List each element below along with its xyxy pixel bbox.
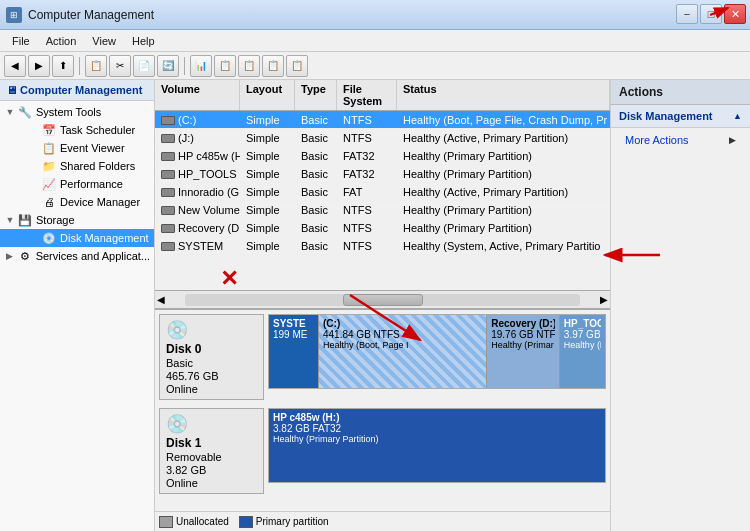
hscroll-right[interactable]: ▶ xyxy=(598,294,610,305)
partition-size: 441.84 GB NTFS xyxy=(323,329,482,340)
menu-file[interactable]: File xyxy=(4,33,38,49)
cell-layout: Simple xyxy=(240,113,295,127)
toolbar-btn-3[interactable]: ✂ xyxy=(109,55,131,77)
toolbar-btn-6[interactable]: 📊 xyxy=(190,55,212,77)
cell-status: Healthy (Primary Partition) xyxy=(397,221,610,235)
toolbar-up[interactable]: ⬆ xyxy=(52,55,74,77)
partition-c[interactable]: (C:) 441.84 GB NTFS Healthy (Boot, Page … xyxy=(319,315,487,388)
expand-icon xyxy=(28,142,40,154)
col-type[interactable]: Type xyxy=(295,80,337,110)
toolbar-separator-2 xyxy=(184,57,185,75)
actions-section-label: Disk Management xyxy=(619,110,713,122)
col-filesystem[interactable]: File System xyxy=(337,80,397,110)
disk-info-icon: 💿 xyxy=(166,319,257,341)
table-row[interactable]: SYSTEM Simple Basic NTFS Healthy (System… xyxy=(155,237,610,255)
toolbar-btn-4[interactable]: 📄 xyxy=(133,55,155,77)
partition-name: HP_TOOLS ( xyxy=(564,318,601,329)
table-row[interactable]: Recovery (D:) Simple Basic NTFS Healthy … xyxy=(155,219,610,237)
cell-type: Basic xyxy=(295,221,337,235)
table-row[interactable]: New Volume (I:) Simple Basic NTFS Health… xyxy=(155,201,610,219)
toolbar-btn-10[interactable]: 📋 xyxy=(286,55,308,77)
toolbar-forward[interactable]: ▶ xyxy=(28,55,50,77)
disk-0-partitions: SYSTE 199 ME (C:) 441.84 GB NTFS Healthy… xyxy=(268,314,606,389)
sidebar-item-storage[interactable]: ▼ 💾 Storage xyxy=(0,211,154,229)
actions-list: More Actions ▶ xyxy=(611,128,750,152)
cell-volume: HP c485w (H:) xyxy=(155,149,240,163)
toolbar-separator-1 xyxy=(79,57,80,75)
toolbar-btn-2[interactable]: 📋 xyxy=(85,55,107,77)
table-row[interactable]: Innoradio (G:) Simple Basic FAT Healthy … xyxy=(155,183,610,201)
sidebar-item-label: Services and Applicat... xyxy=(36,250,150,262)
toolbar-btn-7[interactable]: 📋 xyxy=(214,55,236,77)
expand-icon xyxy=(28,124,40,136)
close-button[interactable]: ✕ xyxy=(724,4,746,24)
table-row[interactable]: HP c485w (H:) Simple Basic FAT32 Healthy… xyxy=(155,147,610,165)
toolbar-btn-8[interactable]: 📋 xyxy=(238,55,260,77)
disk-table-body: (C:) Simple Basic NTFS Healthy (Boot, Pa… xyxy=(155,111,610,290)
cell-fs: NTFS xyxy=(337,131,397,145)
disk-0-type: Basic xyxy=(166,357,257,369)
actions-section-title[interactable]: Disk Management ▲ xyxy=(611,105,750,128)
system-tools-icon: 🔧 xyxy=(17,104,33,120)
hscroll-thumb[interactable] xyxy=(343,294,423,306)
menu-help[interactable]: Help xyxy=(124,33,163,49)
partition-recovery[interactable]: Recovery (D:) 19.76 GB NTFS Healthy (Pri… xyxy=(487,315,560,388)
menu-action[interactable]: Action xyxy=(38,33,85,49)
disk-0-info: 💿 Disk 0 Basic 465.76 GB Online xyxy=(159,314,264,400)
sidebar-item-event-viewer[interactable]: 📋 Event Viewer xyxy=(0,139,154,157)
table-row[interactable]: (C:) Simple Basic NTFS Healthy (Boot, Pa… xyxy=(155,111,610,129)
vol-disk-icon xyxy=(161,152,175,161)
disk-visual-area: 💿 Disk 0 Basic 465.76 GB Online SYSTE 19… xyxy=(155,310,610,511)
table-row[interactable]: HP_TOOLS (E:) Simple Basic FAT32 Healthy… xyxy=(155,165,610,183)
sidebar-item-label: Performance xyxy=(60,178,123,190)
toolbar-btn-5[interactable]: 🔄 xyxy=(157,55,179,77)
sidebar-item-task-scheduler[interactable]: 📅 Task Scheduler xyxy=(0,121,154,139)
table-row[interactable]: (J:) Simple Basic NTFS Healthy (Active, … xyxy=(155,129,610,147)
disk-1-type: Removable xyxy=(166,451,257,463)
sidebar-item-label: System Tools xyxy=(36,106,101,118)
cell-volume: Recovery (D:) xyxy=(155,221,240,235)
cell-volume: (J:) xyxy=(155,131,240,145)
cell-volume: Innoradio (G:) xyxy=(155,185,240,199)
expand-icon xyxy=(28,232,40,244)
sidebar-item-shared-folders[interactable]: 📁 Shared Folders xyxy=(0,157,154,175)
sidebar-item-disk-management[interactable]: 💿 Disk Management xyxy=(0,229,154,247)
cell-status: Healthy (System, Active, Primary Partiti… xyxy=(397,239,610,253)
vol-disk-icon xyxy=(161,206,175,215)
toolbar: ◀ ▶ ⬆ 📋 ✂ 📄 🔄 📊 📋 📋 📋 📋 xyxy=(0,52,750,80)
cell-layout: Simple xyxy=(240,149,295,163)
actions-header: Actions xyxy=(611,80,750,105)
col-status[interactable]: Status xyxy=(397,80,610,110)
cell-fs: NTFS xyxy=(337,203,397,217)
partition-detail: Healthy (Primar xyxy=(491,340,555,350)
sidebar-item-system-tools[interactable]: ▼ 🔧 System Tools xyxy=(0,103,154,121)
minimize-button[interactable]: − xyxy=(676,4,698,24)
expand-icon: ▼ xyxy=(4,106,16,118)
partition-hp-tools[interactable]: HP_TOOLS ( 3.97 GB FAT3 Healthy (Prin xyxy=(560,315,605,388)
legend-primary: Primary partition xyxy=(239,516,329,528)
cell-volume: SYSTEM xyxy=(155,239,240,253)
hscroll-left[interactable]: ◀ xyxy=(155,294,167,305)
col-layout[interactable]: Layout xyxy=(240,80,295,110)
partition-hp-removable[interactable]: HP c485w (H:) 3.82 GB FAT32 Healthy (Pri… xyxy=(269,409,605,482)
sidebar-item-services[interactable]: ▶ ⚙ Services and Applicat... xyxy=(0,247,154,265)
sidebar-item-performance[interactable]: 📈 Performance xyxy=(0,175,154,193)
sidebar-item-device-manager[interactable]: 🖨 Device Manager xyxy=(0,193,154,211)
maximize-button[interactable]: □ xyxy=(700,4,722,24)
partition-system[interactable]: SYSTE 199 ME xyxy=(269,315,319,388)
vol-disk-icon xyxy=(161,242,175,251)
more-actions-item[interactable]: More Actions ▶ xyxy=(611,130,750,150)
disk-1-block: 💿 Disk 1 Removable 3.82 GB Online HP c48… xyxy=(159,408,606,494)
cell-fs: NTFS xyxy=(337,221,397,235)
main-area: 🖥 Computer Management ▼ 🔧 System Tools 📅… xyxy=(0,80,750,531)
device-manager-icon: 🖨 xyxy=(41,194,57,210)
hscroll-track xyxy=(185,294,580,306)
cell-type: Basic xyxy=(295,149,337,163)
toolbar-btn-9[interactable]: 📋 xyxy=(262,55,284,77)
menu-view[interactable]: View xyxy=(84,33,124,49)
horizontal-scrollbar[interactable]: ◀ ▶ xyxy=(155,290,610,308)
more-actions-arrow-icon: ▶ xyxy=(729,135,736,145)
cell-type: Basic xyxy=(295,113,337,127)
col-volume[interactable]: Volume xyxy=(155,80,240,110)
toolbar-back[interactable]: ◀ xyxy=(4,55,26,77)
